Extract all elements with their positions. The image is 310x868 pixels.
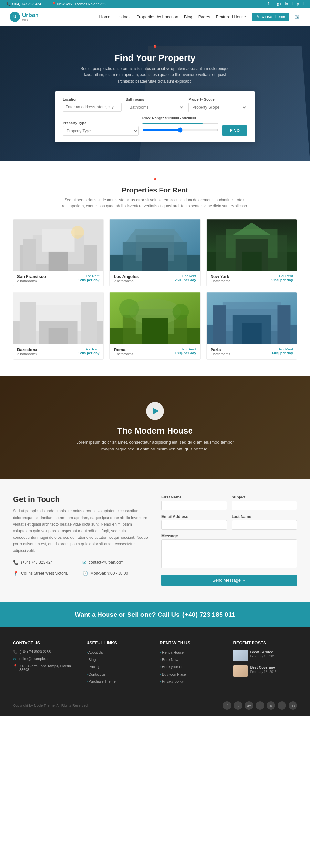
footer-rent-buy[interactable]: Buy your Place [160,672,224,677]
message-field: Message [162,534,297,569]
scope-select[interactable]: Property Scope [188,102,247,112]
footer-rent-col: Rent with Us Rent a House Book Now Book … [160,640,224,686]
footer-social-linkedin[interactable]: in [256,701,264,710]
cart-icon[interactable]: 🛒 [295,14,300,19]
subject-input[interactable] [231,501,297,510]
footer-social-facebook[interactable]: f [223,701,231,710]
recent-post-img-2 [233,665,248,677]
property-image-roma [110,292,200,344]
footer-link-contact[interactable]: Contact us [87,672,150,677]
message-textarea[interactable] [162,539,297,568]
footer-social-pinterest[interactable]: p [267,701,275,710]
nav-properties-by-location[interactable]: Properties by Location [136,14,178,19]
property-card-paris[interactable]: Paris 3 bathrooms For Rent 140$ per day [206,292,297,360]
send-button[interactable]: Send Message → [162,575,297,586]
footer-phone-item: 📞 (+04) 74 8920 2288 [13,650,77,654]
property-card-san-francisco[interactable]: San Francisco 2 bathrooms For Rent 120$ … [13,219,104,286]
nav-pages[interactable]: Pages [198,14,210,19]
email-input[interactable] [162,520,227,530]
footer-posts-title: Recent posts [233,640,298,645]
footer-social-instagram[interactable]: i [278,701,286,710]
hero-section: 📍 Find Your Property Sed ut perspiciatis… [0,26,310,161]
find-button[interactable]: FIND [222,125,247,136]
prop-status-rm: For Rent [175,347,196,351]
property-card-los-angeles[interactable]: Los Angeles 2 bathrooms For Rent 2505 pe… [110,219,200,286]
prop-price-bc: 120$ per day [78,351,100,355]
social-instagram-icon[interactable]: in [285,2,288,6]
footer-social-googleplus[interactable]: g+ [245,701,253,710]
top-bar-social: f t g+ in li p i [265,2,304,6]
footer-email-icon: ✉ [13,657,18,661]
svg-point-34 [119,299,139,318]
type-select[interactable]: Property Type [63,126,139,136]
social-facebook-icon[interactable]: f [268,2,269,6]
footer-rent-title: Rent with Us [160,640,224,645]
location-field: Location [63,97,122,112]
last-name-input[interactable] [231,520,297,530]
property-image-paris [207,292,297,344]
contact-address: Collins Street West Victoria [21,571,68,576]
social-linkedin-icon[interactable]: li [291,2,293,6]
social-twitter-icon[interactable]: t [273,2,274,6]
recent-post-text-2: Best Coverage February 18, 2016 [250,665,277,677]
footer-social-twitter[interactable]: t [234,701,242,710]
prop-bath-ps: 3 bathrooms [210,352,230,356]
nav-home[interactable]: Home [100,14,111,19]
location-input[interactable] [63,102,122,112]
search-box: Location Bathrooms Bathrooms 123 Propert… [55,91,255,142]
property-info-ps: Paris 3 bathrooms For Rent 140$ per day [207,344,297,359]
prop-bath-bc: 2 bathrooms [17,352,37,356]
form-row-1: First Name Subject [162,495,297,510]
email-field: Email Address [162,514,227,530]
message-label: Message [162,534,297,538]
price-range-slider[interactable] [142,125,218,135]
first-name-input[interactable] [162,501,227,510]
subject-field: Subject [231,495,297,510]
footer-social-rss[interactable]: rss [289,701,297,710]
footer-rent-rooms[interactable]: Book your Rooms [160,664,224,670]
prop-city-ps: Paris [210,347,230,352]
property-info-sf: San Francisco 2 bathrooms For Rent 120$ … [13,271,103,286]
social-googleplus-icon[interactable]: g+ [277,2,282,6]
recent-post-img-1 [233,650,248,661]
video-section: The Modern House Lorem ipsum dolor sit a… [0,376,310,479]
top-phone: 📞 (+04) 743 323 424 [6,2,46,6]
play-button[interactable] [146,402,164,420]
property-card-roma[interactable]: Roma 1 bathrooms For Rent 189$ per day [110,292,200,360]
price-value: $120000 - $820000 [165,116,196,120]
svg-rect-5 [23,239,36,271]
footer-rent-house[interactable]: Rent a House [160,650,224,655]
footer-email-item: ✉ office@example.com [13,657,77,661]
cta-phone: (+40) 723 185 011 [182,611,235,618]
nav-featured-house[interactable]: Featured House [216,14,246,19]
prop-price-la: 2505 per day [175,278,196,282]
contact-info-grid: 📞 (+04) 743 323 424 ✉ contact@urban.com … [13,560,148,579]
footer-rent-book[interactable]: Book Now [160,657,224,662]
rp-title-2: Best Coverage [250,665,277,670]
social-rss-icon[interactable]: i [303,2,304,6]
prop-status-ny: For Rent [271,274,293,278]
prop-bath-rm: 1 bathrooms [114,352,133,356]
footer-link-pricing[interactable]: Pricing [87,664,150,670]
header: U Urban RENT Home Listings Properties by… [0,8,310,26]
first-name-label: First Name [162,495,227,499]
footer-rent-privacy[interactable]: Privacy policy [160,679,224,684]
footer-link-about[interactable]: About Us [87,650,150,655]
footer-link-blog[interactable]: Blog [87,657,150,662]
social-pinterest-icon[interactable]: p [297,2,299,6]
footer-link-purchase[interactable]: Purchase Theme [87,679,150,684]
property-card-new-york[interactable]: New York 2 bathrooms For Rent 995$ per d… [206,219,297,286]
nav-listings[interactable]: Listings [116,14,131,19]
property-info-bc: Barcelona 2 bathrooms For Rent 120$ per … [13,344,103,359]
svg-rect-19 [242,251,261,271]
contact-description: Sed ut perspiciatis unde omnis lite natu… [13,508,148,554]
prop-status-sf: For Rent [78,274,100,278]
property-card-barcelona[interactable]: Barcelona 2 bathrooms For Rent 120$ per … [13,292,104,360]
nav-blog[interactable]: Blog [184,14,193,19]
recent-post-1: Great Service February 18, 2016 [233,650,298,661]
property-image-san-francisco [13,219,103,271]
svg-rect-26 [20,302,36,344]
nav-purchase[interactable]: Purchase Theme [252,12,289,21]
bathrooms-select[interactable]: Bathrooms 123 [125,102,185,112]
footer-address-icon: 📍 [13,664,18,669]
